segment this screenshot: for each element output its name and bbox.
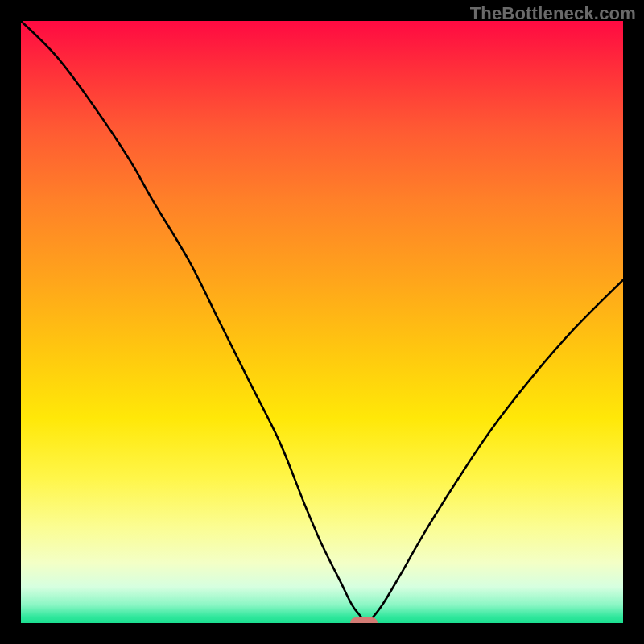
chart-container: TheBottleneck.com xyxy=(0,0,644,644)
watermark-text: TheBottleneck.com xyxy=(470,3,636,24)
bottleneck-curve xyxy=(21,21,623,623)
plot-area xyxy=(21,21,623,623)
bottleneck-marker xyxy=(350,617,378,623)
